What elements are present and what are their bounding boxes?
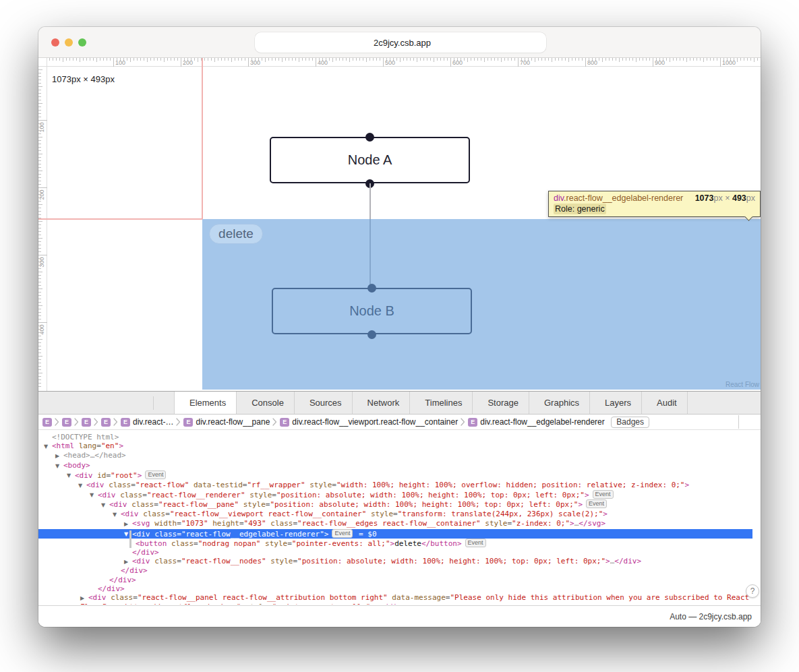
ruler-tick xyxy=(592,58,593,61)
share-button[interactable] xyxy=(680,36,698,51)
contrast-icon[interactable] xyxy=(687,415,702,429)
devtools-tab-elements[interactable]: Elements xyxy=(174,392,237,414)
dockside-icon[interactable] xyxy=(61,395,78,411)
new-tab-button[interactable] xyxy=(710,36,728,51)
ruler-tick xyxy=(221,58,222,61)
print-icon[interactable] xyxy=(670,415,685,429)
element-badge-icon: E xyxy=(121,418,130,427)
device-icon[interactable] xyxy=(131,395,148,411)
sidebar-toggle-icon[interactable] xyxy=(99,36,117,51)
close-window-button[interactable] xyxy=(51,38,59,47)
ruler-tick xyxy=(359,58,360,61)
chevron-down-icon[interactable] xyxy=(121,36,131,51)
breadcrumb-item[interactable]: E xyxy=(42,418,52,427)
badges-dropdown[interactable]: Badges xyxy=(611,417,649,428)
delete-edge-button[interactable]: delete xyxy=(209,224,263,244)
devtools-tab-network[interactable]: Network xyxy=(353,392,411,414)
address-bar[interactable]: 2c9jcy.csb.app xyxy=(255,32,546,53)
ruler-tick xyxy=(38,278,41,279)
disclosure-expanded-icon[interactable]: ▼ xyxy=(90,491,98,499)
dom-tree-row[interactable]: </div> xyxy=(38,584,752,593)
breadcrumb-item[interactable]: Ediv.react-flow__viewport.react-flow__co… xyxy=(280,417,458,427)
dom-tree-row[interactable]: ▼<html lang="en"> xyxy=(38,441,752,451)
dom-tree[interactable]: <!DOCTYPE html>▼<html lang="en">▶<head>…… xyxy=(38,430,761,605)
dom-tree-row[interactable]: ▶<div class="react-flow__panel react-flo… xyxy=(38,593,752,605)
dom-tree-row[interactable]: ▼<div class="react-flow" data-testid="rf… xyxy=(38,481,752,490)
forward-button[interactable] xyxy=(167,36,184,51)
devtools-tab-audit[interactable]: Audit xyxy=(642,392,688,414)
breadcrumb-item[interactable]: E xyxy=(62,418,71,427)
ruler-tick xyxy=(407,58,407,61)
devtools-tab-graphics[interactable]: Graphics xyxy=(529,392,590,414)
disclosure-expanded-icon[interactable]: ▼ xyxy=(67,471,75,480)
ruler-tick xyxy=(376,58,377,61)
node-a[interactable]: Node A xyxy=(270,137,470,183)
devtools-tab-timelines[interactable]: Timelines xyxy=(410,392,473,414)
help-button[interactable]: ? xyxy=(746,584,759,598)
brush-icon[interactable] xyxy=(721,415,736,429)
dom-tree-row-selected[interactable]: ▼<div class="react-flow__edgelabel-rende… xyxy=(38,529,752,539)
dom-tree-row[interactable]: ▶<svg width="1073" height="493" class="r… xyxy=(38,519,752,528)
devtools-tab-sources[interactable]: Sources xyxy=(295,392,353,414)
devtools-tab-storage[interactable]: Storage xyxy=(473,392,529,414)
back-button[interactable] xyxy=(141,36,158,51)
ruler-tick xyxy=(336,58,336,61)
warning-icon[interactable] xyxy=(156,395,174,411)
details-sidebar-toggle-icon[interactable] xyxy=(742,415,757,429)
dockbottom-icon[interactable] xyxy=(79,395,95,411)
breadcrumb-item[interactable]: Ediv.react-… xyxy=(121,417,173,427)
execution-context-picker[interactable]: Auto — 2c9jcy.csb.app xyxy=(670,612,754,621)
breadcrumb-item[interactable]: E xyxy=(101,418,111,427)
disclosure-expanded-icon[interactable]: ▼ xyxy=(78,481,86,490)
disclosure-collapsed-icon[interactable]: ▶ xyxy=(55,452,63,460)
dom-tree-row[interactable]: ▶<head>…</head> xyxy=(38,451,752,460)
disclosure-expanded-icon[interactable]: ▼ xyxy=(113,510,121,519)
syntax-segment: data-testid xyxy=(189,481,242,489)
dom-tree-row[interactable]: ▶<div class="react-flow__nodes" style="p… xyxy=(38,557,752,566)
detach-icon[interactable] xyxy=(96,395,113,411)
ruler-tick xyxy=(616,58,616,61)
rulers-icon[interactable] xyxy=(653,415,668,429)
dom-tree-row[interactable]: ▼<div id="root">Event xyxy=(38,470,752,481)
breadcrumb-item[interactable]: Ediv.react-flow__pane xyxy=(183,417,270,427)
disclosure-collapsed-icon[interactable]: ▶ xyxy=(124,557,132,566)
dom-tree-row[interactable]: <!DOCTYPE html> xyxy=(38,433,752,441)
search-icon[interactable] xyxy=(720,395,736,411)
dom-tree-row[interactable]: </div> xyxy=(38,566,752,575)
breadcrumb-item[interactable]: Ediv.react-flow__edgelabel-renderer xyxy=(468,417,605,427)
target-icon[interactable] xyxy=(114,395,130,411)
dom-tree-row[interactable]: </div> xyxy=(38,576,752,584)
ruler-tick xyxy=(225,58,225,61)
breadcrumb-item[interactable]: E xyxy=(82,418,91,427)
disclosure-expanded-icon[interactable]: ▼ xyxy=(101,501,109,510)
dom-tree-row[interactable]: ▼<div class="react-flow__pane" style="po… xyxy=(38,499,752,510)
ruler-tick xyxy=(123,58,124,61)
zoom-window-button[interactable] xyxy=(78,38,86,47)
dom-tree-row[interactable]: <button class="nodrag nopan" style="poin… xyxy=(38,539,752,548)
ruler-label: 200 xyxy=(38,185,45,205)
disclosure-collapsed-icon[interactable]: ▶ xyxy=(80,594,88,603)
ruler-tick xyxy=(757,58,758,61)
badges-label: Badges xyxy=(616,417,644,427)
disclosure-expanded-icon[interactable]: ▼ xyxy=(44,442,52,451)
ruler-tick xyxy=(194,58,195,61)
devtools-tab-layers[interactable]: Layers xyxy=(590,392,642,414)
close-icon[interactable] xyxy=(44,395,60,411)
disclosure-collapsed-icon[interactable]: ▶ xyxy=(124,520,132,528)
dom-tree-row[interactable]: ▼<div class="react-flow__viewport react-… xyxy=(38,510,752,519)
settings-gear-icon[interactable] xyxy=(739,395,755,411)
minimize-window-button[interactable] xyxy=(65,38,73,47)
element-badge-icon: E xyxy=(183,418,193,427)
dom-tree-row[interactable]: ▼<body> xyxy=(38,461,752,470)
ruler-tick xyxy=(646,58,647,61)
devtools-tab-console[interactable]: Console xyxy=(237,392,295,414)
ruler-tick xyxy=(673,58,674,61)
ruler-label: 900 xyxy=(655,59,665,66)
tab-overview-button[interactable] xyxy=(738,36,756,51)
syntax-segment: = xyxy=(106,470,111,479)
grid4-icon[interactable] xyxy=(704,415,719,429)
dom-tree-row[interactable]: ▼<div class="react-flow__renderer" style… xyxy=(38,490,752,500)
disclosure-expanded-icon[interactable]: ▼ xyxy=(55,462,63,470)
node-a-top-handle[interactable] xyxy=(365,133,374,142)
dom-tree-row[interactable]: </div> xyxy=(38,548,752,557)
